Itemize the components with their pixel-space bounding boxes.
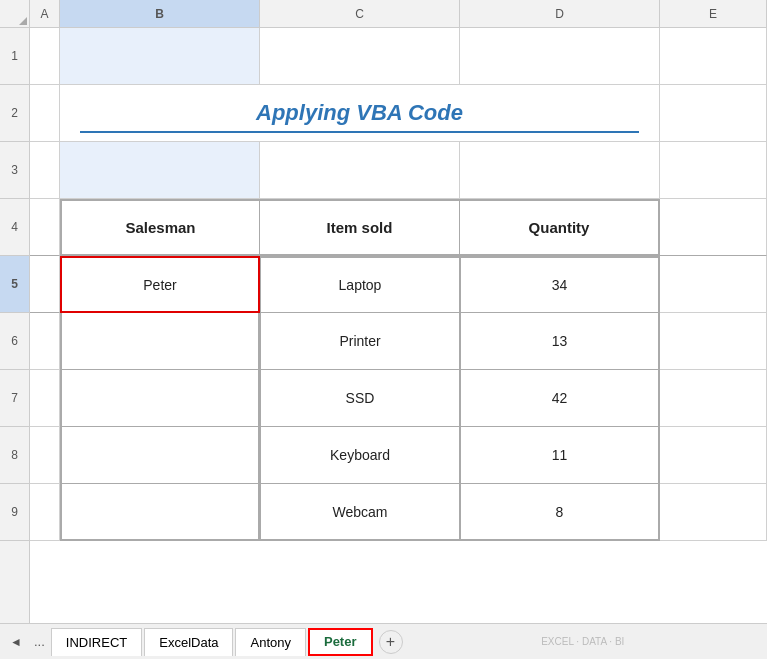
tab-exceldata[interactable]: ExcelData <box>144 628 233 656</box>
qty-0: 34 <box>552 277 568 293</box>
cell-c6-item[interactable]: Printer <box>260 313 460 370</box>
corner-cell <box>0 0 30 28</box>
cell-b4-header[interactable]: Salesman <box>60 199 260 256</box>
row-num-6: 6 <box>0 313 29 370</box>
col-header-e[interactable]: E <box>660 0 767 28</box>
cell-a1[interactable] <box>30 28 60 85</box>
item-4: Webcam <box>333 504 388 520</box>
cell-a3[interactable] <box>30 142 60 199</box>
row-num-9: 9 <box>0 484 29 541</box>
corner-triangle <box>19 17 27 25</box>
cell-b7-empty[interactable] <box>60 370 260 427</box>
row-num-1: 1 <box>0 28 29 85</box>
row-num-2: 2 <box>0 85 29 142</box>
cell-d1[interactable] <box>460 28 660 85</box>
col-header-a[interactable]: A <box>30 0 60 28</box>
title-underline <box>80 131 639 133</box>
spreadsheet-body: 1 2 3 4 5 6 7 8 9 <box>0 28 767 623</box>
row-5: Peter Laptop 34 <box>30 256 767 313</box>
cell-d8-qty[interactable]: 11 <box>460 427 660 484</box>
item-3: Keyboard <box>330 447 390 463</box>
tab-antony[interactable]: Antony <box>235 628 305 656</box>
cell-c4-header[interactable]: Item sold <box>260 199 460 256</box>
qty-4: 8 <box>556 504 564 520</box>
cell-e8[interactable] <box>660 427 767 484</box>
col-header-c[interactable]: C <box>260 0 460 28</box>
cell-c5-item[interactable]: Laptop <box>260 256 460 313</box>
cell-b9-empty[interactable] <box>60 484 260 541</box>
tab-indirect[interactable]: INDIRECT <box>51 628 142 656</box>
col-header-d[interactable]: D <box>460 0 660 28</box>
cell-e5[interactable] <box>660 256 767 313</box>
cell-b6-empty[interactable] <box>60 313 260 370</box>
cell-e6[interactable] <box>660 313 767 370</box>
row-numbers: 1 2 3 4 5 6 7 8 9 <box>0 28 30 623</box>
cell-d9-qty[interactable]: 8 <box>460 484 660 541</box>
cell-d4-header[interactable]: Quantity <box>460 199 660 256</box>
cell-b1[interactable] <box>60 28 260 85</box>
cell-c8-item[interactable]: Keyboard <box>260 427 460 484</box>
row-1 <box>30 28 767 85</box>
cell-c1[interactable] <box>260 28 460 85</box>
spreadsheet: A B C D E 1 2 3 4 5 <box>0 0 767 659</box>
cell-c7-item[interactable]: SSD <box>260 370 460 427</box>
cell-b8-empty[interactable] <box>60 427 260 484</box>
cell-c3[interactable] <box>260 142 460 199</box>
cell-a9[interactable] <box>30 484 60 541</box>
cell-e3[interactable] <box>660 142 767 199</box>
row-4: Salesman Item sold Quantity <box>30 199 767 256</box>
cell-d3[interactable] <box>460 142 660 199</box>
item-1: Printer <box>339 333 380 349</box>
cell-a6[interactable] <box>30 313 60 370</box>
qty-3: 11 <box>552 447 568 463</box>
cell-d6-qty[interactable]: 13 <box>460 313 660 370</box>
cell-d7-qty[interactable]: 42 <box>460 370 660 427</box>
cell-e4[interactable] <box>660 199 767 256</box>
row-7: SSD 42 <box>30 370 767 427</box>
cell-e9[interactable] <box>660 484 767 541</box>
row-9: Webcam 8 <box>30 484 767 541</box>
row-6: Printer 13 <box>30 313 767 370</box>
tab-nav-left[interactable]: ◄ <box>4 630 28 654</box>
item-0: Laptop <box>339 277 382 293</box>
spreadsheet-title: Applying VBA Code <box>256 100 463 126</box>
tab-bar: ◄ ... INDIRECT ExcelData Antony Peter + … <box>0 623 767 659</box>
qty-2: 42 <box>552 390 568 406</box>
add-tab-button[interactable]: + <box>379 630 403 654</box>
cell-e7[interactable] <box>660 370 767 427</box>
cell-e1[interactable] <box>660 28 767 85</box>
col-header-b[interactable]: B <box>60 0 260 28</box>
cell-c9-item[interactable]: Webcam <box>260 484 460 541</box>
row-num-7: 7 <box>0 370 29 427</box>
row-3 <box>30 142 767 199</box>
column-headers-row: A B C D E <box>0 0 767 28</box>
cell-a5[interactable] <box>30 256 60 313</box>
cell-a8[interactable] <box>30 427 60 484</box>
watermark: EXCEL · DATA · BI <box>403 636 764 647</box>
cell-b5-salesman[interactable]: Peter <box>60 256 260 313</box>
cell-b2-merged[interactable]: Applying VBA Code <box>60 85 660 142</box>
qty-1: 13 <box>552 333 568 349</box>
row-num-5: 5 <box>0 256 29 313</box>
cell-d5-qty[interactable]: 34 <box>460 256 660 313</box>
row-num-8: 8 <box>0 427 29 484</box>
row-8: Keyboard 11 <box>30 427 767 484</box>
tab-dots[interactable]: ... <box>28 634 51 649</box>
data-grid: Applying VBA Code Salesman <box>30 28 767 623</box>
cell-a4[interactable] <box>30 199 60 256</box>
row-num-3: 3 <box>0 142 29 199</box>
cell-e2[interactable] <box>660 85 767 142</box>
cell-b3[interactable] <box>60 142 260 199</box>
cell-a2[interactable] <box>30 85 60 142</box>
cell-a7[interactable] <box>30 370 60 427</box>
item-2: SSD <box>346 390 375 406</box>
row-num-4: 4 <box>0 199 29 256</box>
row-2: Applying VBA Code <box>30 85 767 142</box>
tab-peter[interactable]: Peter <box>308 628 373 656</box>
